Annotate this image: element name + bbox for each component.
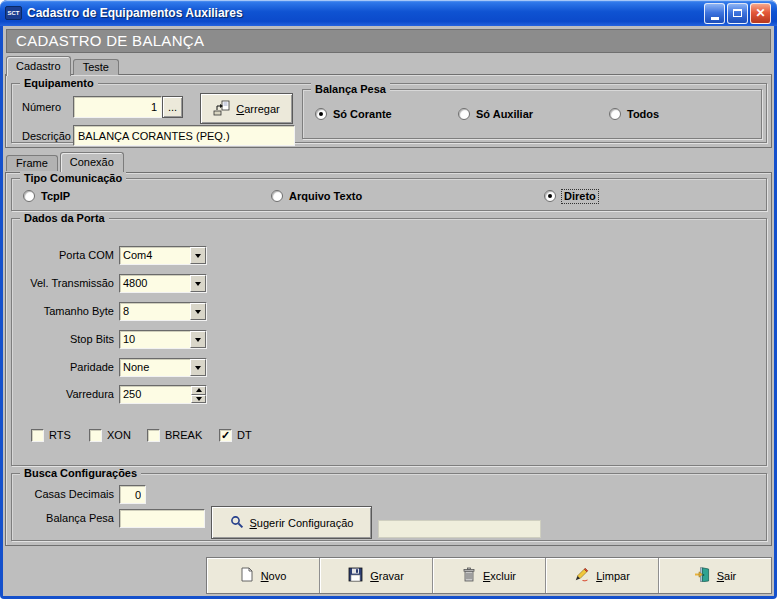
chevron-down-icon[interactable] [190,359,206,376]
sair-button-label: Sair [717,570,737,582]
checkbox-icon [31,429,44,442]
chevron-down-icon[interactable] [191,395,206,404]
carregar-button[interactable]: Carregar [200,93,293,124]
balanca-pesa-field-label: Balança Pesa [17,509,117,528]
excluir-button-label: Excluir [483,570,516,582]
xon-checkbox[interactable]: XON [89,428,131,442]
porta-com-select[interactable]: Com4 [119,246,207,265]
break-checkbox[interactable]: BREAK [147,428,202,442]
radio-tcpip-label: TcpIP [41,190,70,203]
tamanho-byte-select[interactable]: 8 [119,302,207,321]
new-document-icon [240,567,254,584]
porta-com-label: Porta COM [17,246,117,265]
descricao-field[interactable] [73,125,295,146]
numero-field[interactable] [73,96,162,118]
tipo-comunicacao-group-title: Tipo Comunicação [20,172,126,185]
chevron-down-icon[interactable] [190,275,206,292]
equipamento-group-title: Equipamento [20,77,98,90]
browse-button[interactable]: ... [162,96,183,118]
chevron-down-icon[interactable] [190,247,206,264]
tab-teste[interactable]: Teste [73,59,119,75]
chevron-down-icon[interactable] [190,331,206,348]
radio-icon [544,190,556,202]
radio-arquivo-texto-label: Arquivo Texto [289,190,362,203]
checkbox-icon [147,429,160,442]
tab-teste-label: Teste [83,61,109,73]
radio-direto-label: Direto [562,190,598,203]
dt-checkbox-label: DT [237,429,252,441]
tamanho-byte-value: 8 [120,303,190,320]
radio-tcpip[interactable]: TcpIP [23,189,70,203]
balanca-pesa-group-title: Balança Pesa [311,83,390,96]
search-icon [230,515,244,531]
radio-arquivo-texto[interactable]: Arquivo Texto [271,189,362,203]
chevron-up-icon[interactable] [191,386,206,395]
checkmark-icon: ✓ [219,429,232,442]
close-icon: ✕ [755,6,765,20]
page-title: CADASTRO DE BALANÇA [6,29,771,53]
title-bar[interactable]: SCT Cadastro de Equipamentos Auxiliares … [0,0,777,26]
radio-direto[interactable]: Direto [544,189,598,203]
excluir-button[interactable]: Excluir [433,558,546,593]
chevron-down-icon[interactable] [190,303,206,320]
sub-tabstrip: Frame Conexão [6,152,126,171]
vel-transmissao-select[interactable]: 4800 [119,274,207,293]
radio-icon [609,108,621,120]
app-icon: SCT [5,6,22,20]
tamanho-byte-label: Tamanho Byte [17,302,117,321]
gravar-button[interactable]: Gravar [320,558,433,593]
radio-icon [23,190,35,202]
client-area: CADASTRO DE BALANÇA Cadastro Teste Equip… [3,26,774,596]
radio-so-auxiliar-label: Só Auxiliar [476,108,533,121]
radio-so-corante[interactable]: Só Corante [315,107,392,121]
stop-bits-select[interactable]: 10 [119,330,207,349]
varredura-value: 250 [120,386,191,403]
tab-conexao[interactable]: Conexão [60,152,124,172]
browse-button-label: ... [168,101,177,113]
radio-icon [458,108,470,120]
tab-frame[interactable]: Frame [6,155,58,171]
minimize-button[interactable] [704,3,725,24]
casas-decimais-label: Casas Decimais [17,485,117,504]
dados-porta-group: Dados da Porta Porta COM Com4 Vel. Trans… [11,218,767,466]
exit-door-icon [694,567,710,584]
paridade-value: None [120,359,190,376]
limpar-button-label: Limpar [596,570,630,582]
load-document-icon [213,100,230,118]
varredura-stepper[interactable]: 250 [119,385,207,404]
sair-button[interactable]: Sair [659,558,771,593]
tab-conexao-label: Conexão [70,156,114,168]
casas-decimais-field[interactable] [119,485,146,504]
numero-label: Número [22,101,61,114]
window-title: Cadastro de Equipamentos Auxiliares [27,6,704,20]
trash-icon [462,567,476,584]
vel-transmissao-label: Vel. Transmissão [17,274,117,293]
novo-button-label: Novo [261,570,287,582]
stop-bits-value: 10 [120,331,190,348]
carregar-button-label: Carregar [236,103,279,115]
tab-cadastro-label: Cadastro [16,60,61,72]
close-button[interactable]: ✕ [750,3,771,24]
status-field [378,520,541,538]
app-window: SCT Cadastro de Equipamentos Auxiliares … [0,0,777,599]
radio-todos-label: Todos [627,108,659,121]
paridade-select[interactable]: None [119,358,207,377]
rts-checkbox[interactable]: RTS [31,428,71,442]
stop-bits-label: Stop Bits [17,330,117,349]
limpar-button[interactable]: Limpar [546,558,659,593]
maximize-button[interactable] [727,3,748,24]
dt-checkbox[interactable]: ✓ DT [219,428,252,442]
sugerir-configuracao-button[interactable]: Sugerir Configuração [211,506,372,539]
clean-icon [574,567,589,584]
minimize-icon [711,17,719,20]
radio-todos[interactable]: Todos [609,107,659,121]
balanca-pesa-field[interactable] [119,509,205,528]
tipo-comunicacao-group: Tipo Comunicação TcpIP Arquivo Texto Dir… [11,178,767,211]
break-checkbox-label: BREAK [165,429,202,441]
tab-cadastro[interactable]: Cadastro [6,56,71,76]
radio-so-auxiliar[interactable]: Só Auxiliar [458,107,533,121]
radio-icon [271,190,283,202]
dados-porta-group-title: Dados da Porta [20,212,109,225]
sugerir-configuracao-label: Sugerir Configuração [250,517,354,529]
novo-button[interactable]: Novo [207,558,320,593]
